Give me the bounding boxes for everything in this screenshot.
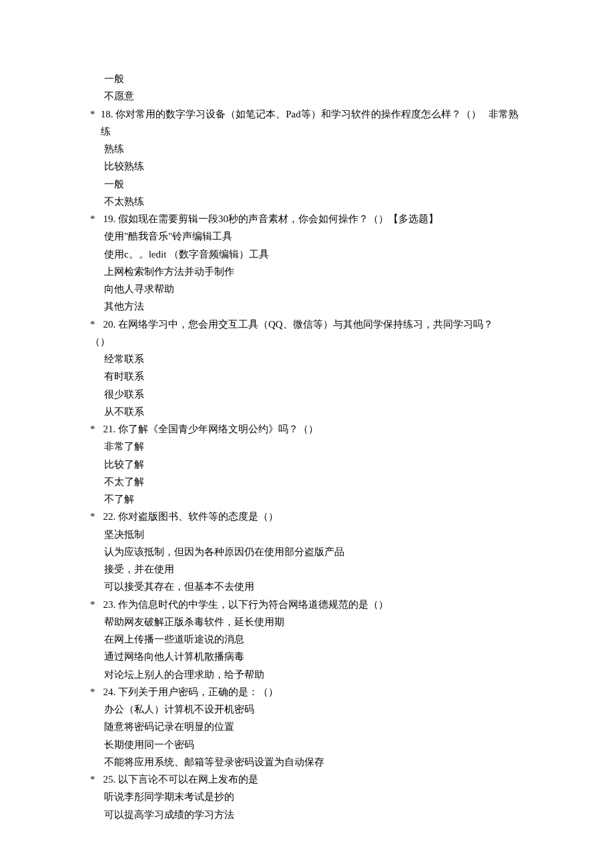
option-text: 非常了解: [90, 438, 524, 455]
question-text: 21. 你了解《全国青少年网络文明公约》吗？（）: [101, 424, 318, 434]
option-text: 向他人寻求帮助: [90, 280, 524, 298]
question-text: 19. 假如现在需要剪辑一段30秒的声音素材，你会如何操作？（）【多选题】: [101, 213, 438, 224]
question-text: 20. 在网络学习中，您会用交互工具（QQ、微信等）与其他同学保持练习，共同学习…: [101, 319, 493, 330]
option-text: 使用"酷我音乐"铃声编辑工具: [90, 228, 524, 245]
question-text-continuation: （）: [90, 333, 524, 350]
question-25: * 25. 以下言论不可以在网上发布的是: [90, 771, 524, 788]
option-text: 比较了解: [90, 456, 524, 473]
option-text: 上网检索制作方法并动手制作: [90, 263, 524, 280]
question-text-wrapper: 23. 作为信息时代的中学生，以下行为符合网络道德规范的是（）: [101, 596, 524, 613]
option-text: 比较熟练: [90, 157, 524, 175]
question-23: * 23. 作为信息时代的中学生，以下行为符合网络道德规范的是（）: [90, 596, 524, 613]
option-text: 随意将密码记录在明显的位置: [90, 718, 524, 735]
required-marker: *: [90, 105, 101, 141]
option-text: 可以提高学习成绩的学习方法: [90, 806, 524, 823]
question-text: 18. 你对常用的数字学习设备（如笔记本、Pad等）和学习软件的操作程度怎么样？…: [101, 109, 519, 137]
question-text-wrapper: 24. 下列关于用户密码，正确的是：（）: [101, 683, 524, 701]
option-text: 听说李彤同学期末考试是抄的: [90, 788, 524, 805]
option-text: 一般: [90, 175, 524, 193]
question-18: *18. 你对常用的数字学习设备（如笔记本、Pad等）和学习软件的操作程度怎么样…: [90, 105, 524, 141]
option-text: 办公（私人）计算机不设开机密码: [90, 701, 524, 718]
option-text: 其他方法: [90, 298, 524, 315]
question-19: * 19. 假如现在需要剪辑一段30秒的声音素材，你会如何操作？（）【多选题】: [90, 210, 524, 228]
option-text: 经常联系: [90, 350, 524, 368]
option-text: 接受，并在使用: [90, 560, 524, 578]
option-text: 在网上传播一些道听途说的消息: [90, 630, 524, 648]
option-text: 对论坛上别人的合理求助，给予帮助: [90, 666, 524, 683]
required-marker: *: [90, 210, 101, 228]
question-text: 24. 下列关于用户密码，正确的是：（）: [101, 687, 278, 697]
option-text: 帮助网友破解正版杀毒软件，延长使用期: [90, 613, 524, 630]
option-text: 不太熟练: [90, 193, 524, 210]
required-marker: *: [90, 420, 101, 438]
question-text-wrapper: 25. 以下言论不可以在网上发布的是: [101, 771, 524, 788]
option-text: 通过网络向他人计算机散播病毒: [90, 648, 524, 665]
option-text: 熟练: [90, 140, 524, 157]
question-text: 25. 以下言论不可以在网上发布的是: [101, 774, 258, 785]
option-text: 不愿意: [90, 87, 524, 105]
option-text: 坚决抵制: [90, 526, 524, 543]
option-text: 不太了解: [90, 473, 524, 490]
option-text: 很少联系: [90, 386, 524, 403]
question-text-wrapper: 19. 假如现在需要剪辑一段30秒的声音素材，你会如何操作？（）【多选题】: [101, 210, 524, 228]
required-marker: *: [90, 508, 101, 525]
question-22: * 22. 你对盗版图书、软件等的态度是（）: [90, 508, 524, 525]
question-text-wrapper: 21. 你了解《全国青少年网络文明公约》吗？（）: [101, 420, 524, 438]
question-20: * 20. 在网络学习中，您会用交互工具（QQ、微信等）与其他同学保持练习，共同…: [90, 316, 524, 333]
question-text: 22. 你对盗版图书、软件等的态度是（）: [101, 511, 278, 522]
question-text-wrapper: 18. 你对常用的数字学习设备（如笔记本、Pad等）和学习软件的操作程度怎么样？…: [101, 105, 524, 141]
question-text: 23. 作为信息时代的中学生，以下行为符合网络道德规范的是（）: [101, 599, 388, 610]
option-text: 一般: [90, 70, 524, 87]
option-text: 长期使用同一个密码: [90, 736, 524, 753]
option-text: 认为应该抵制，但因为各种原因仍在使用部分盗版产品: [90, 543, 524, 560]
option-text: 有时联系: [90, 368, 524, 385]
question-text-wrapper: 22. 你对盗版图书、软件等的态度是（）: [101, 508, 524, 525]
required-marker: *: [90, 771, 101, 788]
option-text: 不了解: [90, 490, 524, 508]
option-text: 从不联系: [90, 403, 524, 420]
question-text-wrapper: 20. 在网络学习中，您会用交互工具（QQ、微信等）与其他同学保持练习，共同学习…: [101, 316, 524, 333]
required-marker: *: [90, 596, 101, 613]
option-text: 可以接受其存在，但基本不去使用: [90, 578, 524, 595]
option-text: 不能将应用系统、邮箱等登录密码设置为自动保存: [90, 753, 524, 771]
required-marker: *: [90, 683, 101, 701]
question-24: * 24. 下列关于用户密码，正确的是：（）: [90, 683, 524, 701]
option-text: 使用c。。ledit （数字音频编辑）工具: [90, 246, 524, 263]
question-21: * 21. 你了解《全国青少年网络文明公约》吗？（）: [90, 420, 524, 438]
required-marker: *: [90, 316, 101, 333]
